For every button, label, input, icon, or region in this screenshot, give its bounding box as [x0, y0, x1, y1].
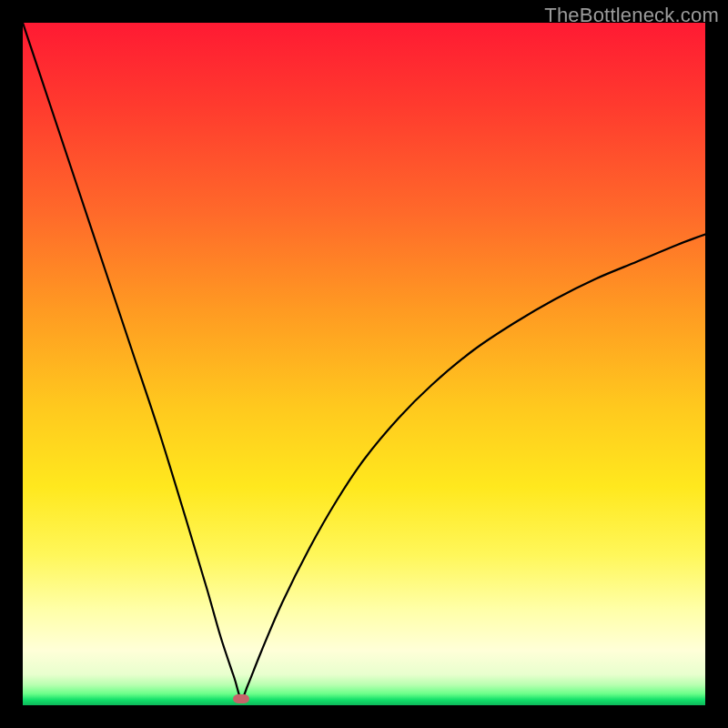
minimum-marker — [233, 694, 249, 703]
curve-path — [23, 23, 705, 699]
watermark-text: TheBottleneck.com — [544, 4, 719, 27]
bottleneck-curve — [23, 23, 705, 705]
chart-frame — [23, 23, 705, 705]
